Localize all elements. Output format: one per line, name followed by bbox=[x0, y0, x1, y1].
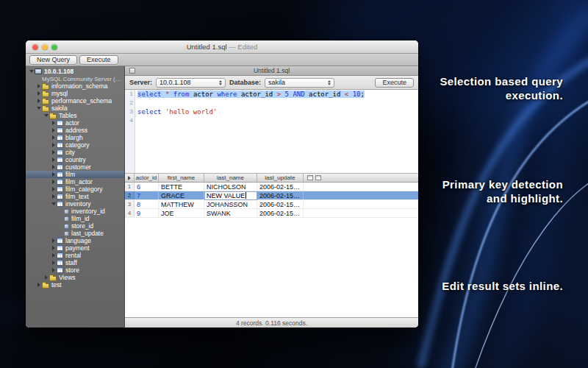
column-header-first_name[interactable]: first_name bbox=[159, 174, 204, 182]
titlebar[interactable]: Untitled 1.sql — Edited bbox=[26, 40, 418, 54]
tree-item-blargh[interactable]: blargh bbox=[26, 134, 124, 141]
tree-item-payment[interactable]: payment bbox=[26, 244, 124, 252]
editor-line-4[interactable]: 4 bbox=[125, 116, 418, 125]
cell-last_name[interactable]: SWANK bbox=[204, 209, 257, 218]
execute-toolbar-button[interactable]: Execute bbox=[79, 55, 118, 65]
close-window-button[interactable] bbox=[32, 44, 38, 50]
tree-item-store-id[interactable]: store_id bbox=[26, 222, 124, 230]
disclosure-triangle-icon[interactable] bbox=[50, 158, 57, 162]
document-icon[interactable] bbox=[129, 68, 135, 74]
disclosure-triangle-icon[interactable] bbox=[35, 99, 42, 103]
cell-first_name[interactable]: MATTHEW bbox=[159, 200, 204, 209]
cell-actor_id[interactable]: 6 bbox=[135, 183, 159, 191]
tree-item-customer[interactable]: customer bbox=[26, 163, 124, 171]
tree-item-category[interactable]: category bbox=[26, 141, 124, 149]
execute-query-button[interactable]: Execute bbox=[375, 78, 414, 88]
disclosure-triangle-icon[interactable] bbox=[50, 202, 57, 205]
main-area: Untitled 1.sql Server: 10.0.1.108 Databa… bbox=[125, 66, 418, 328]
disclosure-triangle-icon[interactable] bbox=[50, 268, 57, 272]
disclosure-triangle-icon[interactable] bbox=[50, 253, 57, 258]
tree-item-tables[interactable]: Tables bbox=[26, 112, 124, 119]
tab-untitled-1[interactable]: Untitled 1.sql bbox=[125, 67, 418, 74]
column-header-last_name[interactable]: last_name bbox=[204, 174, 257, 182]
disclosure-triangle-icon[interactable] bbox=[50, 128, 57, 132]
database-select[interactable]: sakila bbox=[265, 78, 334, 88]
cell-last_update[interactable]: 2006-02-15… bbox=[257, 191, 304, 200]
disclosure-triangle-icon[interactable] bbox=[50, 135, 57, 140]
tree-item-views[interactable]: Views bbox=[26, 274, 124, 281]
tree-item-sakila[interactable]: sakila bbox=[26, 105, 124, 112]
tree-item-film-actor[interactable]: film_actor bbox=[26, 178, 124, 185]
tree-item-staff[interactable]: staff bbox=[26, 259, 124, 266]
tree-item-mysql-community-server-gpl-5-6-1[interactable]: MySQL Community Server (GPL) 5.6.1... bbox=[26, 75, 124, 82]
minimize-window-button[interactable] bbox=[42, 44, 48, 50]
line-number: 3 bbox=[125, 107, 135, 116]
disclosure-triangle-icon[interactable] bbox=[50, 150, 57, 155]
tree-item-film-category[interactable]: film_category bbox=[26, 185, 124, 193]
cell-first_name[interactable]: BETTE bbox=[159, 183, 204, 191]
cell-first_name[interactable]: GRACE bbox=[159, 191, 204, 200]
cell-last_update[interactable]: 2006-02-15… bbox=[257, 209, 304, 218]
tree-item-store[interactable]: store bbox=[26, 266, 124, 274]
tree-item-country[interactable]: country bbox=[26, 156, 124, 163]
sql-editor[interactable]: 1select * from actor where actor_id > 5 … bbox=[125, 90, 418, 174]
server-select[interactable]: 10.0.1.108 bbox=[156, 78, 226, 88]
tree-item-inventory-id[interactable]: inventory_id bbox=[26, 208, 124, 215]
tree-item-language[interactable]: language bbox=[26, 237, 124, 244]
disclosure-triangle-icon[interactable] bbox=[43, 114, 49, 117]
tree-item-mysql[interactable]: mysql bbox=[26, 90, 124, 97]
zoom-window-button[interactable] bbox=[51, 44, 57, 50]
cell-actor_id[interactable]: 8 bbox=[135, 200, 159, 209]
disclosure-triangle-icon[interactable] bbox=[50, 172, 57, 177]
cell-last_name[interactable]: NICHOLSON bbox=[204, 183, 257, 191]
disclosure-triangle-icon[interactable] bbox=[128, 176, 131, 180]
cell-first_name[interactable]: JOE bbox=[159, 209, 204, 218]
disclosure-triangle-icon[interactable] bbox=[35, 107, 42, 110]
tree-item-rental[interactable]: rental bbox=[26, 252, 124, 259]
disclosure-triangle-icon[interactable] bbox=[50, 194, 57, 199]
tree-item-last-update[interactable]: last_update bbox=[26, 230, 124, 237]
result-grid-icon[interactable] bbox=[315, 175, 321, 180]
editor-line-2[interactable]: 2 bbox=[125, 99, 418, 107]
tree-item-actor[interactable]: actor bbox=[26, 119, 124, 127]
cell-actor_id[interactable]: 7 bbox=[135, 191, 159, 200]
tree-item-performance-schema[interactable]: performance_schema bbox=[26, 97, 124, 105]
cell-last_update[interactable]: 2006-02-15… bbox=[257, 200, 304, 209]
column-header-actor_id[interactable]: actor_id bbox=[135, 174, 159, 182]
disclosure-triangle-icon[interactable] bbox=[35, 283, 42, 287]
disclosure-triangle-icon[interactable] bbox=[50, 238, 57, 243]
result-row-3[interactable]: 38MATTHEWJOHANSSON2006-02-15… bbox=[125, 200, 418, 209]
cell-actor_id[interactable]: 9 bbox=[135, 209, 159, 218]
disclosure-triangle-icon[interactable] bbox=[50, 143, 57, 147]
editor-line-3[interactable]: 3select 'hello world' bbox=[125, 107, 418, 116]
tree-item-city[interactable]: city bbox=[26, 149, 124, 156]
disclosure-triangle-icon[interactable] bbox=[50, 187, 57, 191]
disclosure-triangle-icon[interactable] bbox=[28, 70, 35, 73]
tree-item-information-schema[interactable]: information_schema bbox=[26, 82, 124, 90]
tree-item-address[interactable]: address bbox=[26, 127, 124, 134]
tree-item-film-text[interactable]: film_text bbox=[26, 193, 124, 200]
cell-last_update[interactable]: 2006-02-15… bbox=[257, 183, 304, 191]
new-query-button[interactable]: New Query bbox=[29, 55, 77, 65]
result-row-2[interactable]: 27GRACENEW VALUE2006-02-15… bbox=[125, 191, 418, 200]
column-header-last_update[interactable]: last_update bbox=[257, 174, 304, 182]
disclosure-triangle-icon[interactable] bbox=[35, 91, 42, 96]
result-grid-icon[interactable] bbox=[307, 175, 313, 180]
disclosure-triangle-icon[interactable] bbox=[50, 246, 57, 250]
disclosure-triangle-icon[interactable] bbox=[43, 275, 49, 280]
cell-last_name[interactable]: JOHANSSON bbox=[204, 200, 257, 209]
tree-item-film-id[interactable]: film_id bbox=[26, 215, 124, 222]
cell-last_name[interactable]: NEW VALUE bbox=[204, 191, 257, 200]
disclosure-triangle-icon[interactable] bbox=[50, 165, 57, 169]
tree-item-film[interactable]: film bbox=[26, 171, 124, 178]
tree-item-test[interactable]: test bbox=[26, 281, 124, 289]
result-row-4[interactable]: 49JOESWANK2006-02-15… bbox=[125, 209, 418, 218]
disclosure-triangle-icon[interactable] bbox=[50, 180, 57, 184]
disclosure-triangle-icon[interactable] bbox=[50, 261, 57, 265]
disclosure-triangle-icon[interactable] bbox=[50, 121, 57, 125]
editor-line-1[interactable]: 1select * from actor where actor_id > 5 … bbox=[125, 90, 418, 99]
tree-item-inventory[interactable]: inventory bbox=[26, 200, 124, 208]
tree-item-10-0-1-108[interactable]: 10.0.1.108 bbox=[26, 68, 124, 75]
disclosure-triangle-icon[interactable] bbox=[35, 84, 42, 88]
result-row-1[interactable]: 16BETTENICHOLSON2006-02-15… bbox=[125, 183, 418, 191]
